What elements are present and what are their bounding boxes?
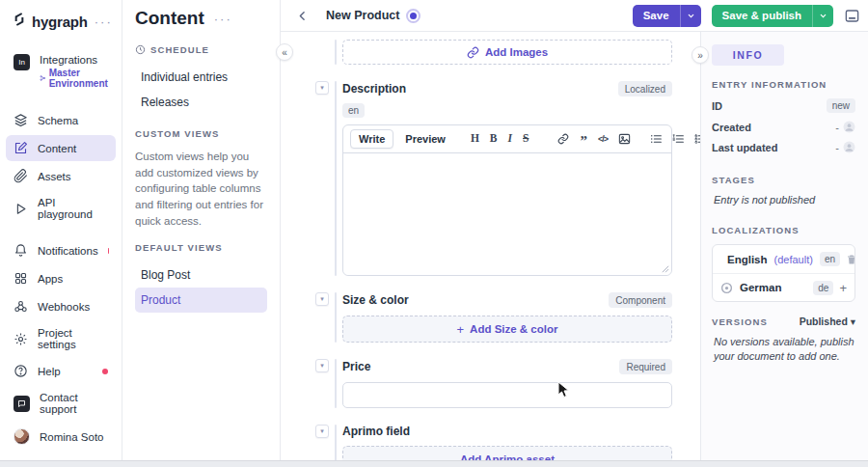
bell-icon	[14, 243, 28, 258]
add-images-button[interactable]: Add Images	[342, 40, 672, 65]
integrations-icon: In	[14, 54, 30, 70]
entry-row-last-updated: Last updated -	[712, 141, 855, 153]
user-placeholder-icon	[843, 141, 855, 153]
field-size-color: ▾ Size & color Component + Add Size & co…	[315, 292, 700, 343]
sidebar-item-user[interactable]: Romina Soto	[6, 423, 116, 451]
brand-name: hygraph	[32, 14, 88, 30]
sidebar-item-notifications[interactable]: Notifications	[6, 237, 116, 263]
add-locale-icon[interactable]: +	[839, 281, 847, 295]
schedule-item-releases[interactable]: Releases	[135, 90, 267, 115]
versions-filter-dropdown[interactable]: Published ▾	[800, 316, 855, 327]
sidebar-item-webhooks[interactable]: Webhooks	[6, 293, 116, 319]
localizations-list: English (default) en German de +	[712, 244, 855, 302]
play-icon	[14, 202, 28, 216]
link-icon[interactable]	[557, 133, 569, 145]
collapse-field-button[interactable]: ▾	[315, 81, 329, 95]
chat-icon	[14, 396, 30, 412]
task-list-icon[interactable]	[694, 133, 701, 145]
required-badge: Required	[619, 359, 672, 374]
collapse-panel-left-button[interactable]: «	[276, 43, 293, 61]
schedule-header: SCHEDULE	[135, 44, 267, 55]
environment-switcher[interactable]: Master Environment	[40, 68, 111, 89]
component-badge: Component	[609, 292, 672, 308]
avatar	[14, 428, 30, 445]
entry-row-created: Created -	[712, 121, 855, 133]
locale-code-chip: de	[813, 281, 833, 295]
sidebar-item-label: Webhooks	[38, 301, 90, 313]
view-item-blog-post[interactable]: Blog Post	[135, 262, 267, 288]
tab-write[interactable]: Write	[350, 129, 393, 149]
sidebar-item-integrations[interactable]: In Integrations Master Environment	[6, 46, 116, 96]
panel-menu-icon[interactable]: ···	[214, 12, 232, 26]
sidebar-item-label: Schema	[38, 115, 78, 126]
italic-icon[interactable]: I	[508, 133, 512, 145]
heading-icon[interactable]: H	[471, 133, 479, 145]
field-images: Add Images	[315, 40, 700, 65]
view-item-product[interactable]: Product	[135, 288, 267, 313]
sidebar-item-apps[interactable]: Apps	[6, 265, 116, 291]
image-icon[interactable]	[618, 133, 631, 145]
bold-icon[interactable]: B	[490, 133, 498, 145]
stages-note: Entry is not published	[714, 194, 855, 206]
hygraph-logo-icon	[12, 12, 27, 31]
field-description: ▾ Description Localized en Write Preview…	[315, 81, 700, 276]
grid-icon	[14, 271, 28, 286]
field-label: Price	[342, 360, 370, 373]
gear-icon	[14, 332, 28, 346]
markdown-editor: Write Preview H B I S ” </>	[342, 124, 672, 276]
sidebar-item-content[interactable]: Content	[6, 135, 116, 161]
save-dropdown-icon[interactable]	[680, 5, 701, 27]
entry-row-id: ID new	[712, 98, 855, 113]
quote-icon[interactable]: ”	[580, 134, 587, 149]
bullet-list-icon[interactable]	[650, 133, 663, 145]
sidebar-item-label: API playground	[38, 197, 108, 220]
sidebar-item-help[interactable]: Help	[6, 358, 116, 384]
user-placeholder-icon	[843, 121, 855, 133]
dock-bottom-icon[interactable]	[844, 9, 860, 23]
versions-header: VERSIONS	[712, 316, 768, 327]
collapse-field-button[interactable]: ▾	[315, 425, 329, 438]
add-size-color-button[interactable]: + Add Size & color	[342, 316, 672, 343]
description-textarea[interactable]	[343, 152, 671, 275]
sidebar: hygraph ··· In Integrations Master Envir…	[0, 0, 122, 460]
sidebar-item-schema[interactable]: Schema	[6, 107, 116, 133]
sidebar-item-label: Help	[38, 366, 61, 377]
locale-row-german[interactable]: German de +	[713, 273, 854, 301]
collapse-field-button[interactable]: ▾	[315, 292, 329, 306]
brand-menu-icon[interactable]: ···	[95, 14, 113, 29]
sidebar-item-contact-support[interactable]: Contact support	[6, 386, 116, 421]
sidebar-item-api-playground[interactable]: API playground	[6, 191, 116, 226]
back-button[interactable]	[296, 10, 309, 22]
code-icon[interactable]: </>	[598, 135, 608, 144]
trash-icon[interactable]	[846, 254, 855, 265]
sidebar-item-project-settings[interactable]: Project settings	[6, 321, 116, 356]
tab-info[interactable]: INFO	[712, 44, 784, 66]
brand: hygraph ···	[0, 0, 122, 44]
webhook-icon	[14, 299, 28, 314]
sidebar-item-assets[interactable]: Assets	[6, 163, 116, 189]
collapse-field-button[interactable]: ▾	[315, 359, 329, 372]
link-icon	[467, 46, 479, 59]
horizontal-scrollbar[interactable]	[0, 460, 868, 467]
save-publish-button[interactable]: Save & publish	[712, 5, 833, 27]
strikethrough-icon[interactable]: S	[523, 133, 529, 145]
topbar: New Product Save Save & publish	[281, 0, 868, 32]
plus-icon: +	[457, 322, 465, 337]
integrations-label: Integrations	[40, 54, 111, 66]
locale-code-chip: en	[820, 252, 840, 266]
tab-preview[interactable]: Preview	[397, 130, 453, 148]
info-panel: INFO ENTRY INFORMATION ID new Created - …	[701, 32, 868, 460]
locale-row-english[interactable]: English (default) en	[713, 245, 854, 273]
save-publish-dropdown-icon[interactable]	[812, 5, 833, 27]
save-button[interactable]: Save	[633, 5, 701, 27]
add-aprimo-asset-button[interactable]: Add Aprimo asset	[342, 446, 672, 460]
schedule-item-individual-entries[interactable]: Individual entries	[135, 65, 267, 90]
collapse-panel-right-button[interactable]: »	[692, 46, 709, 64]
sidebar-item-label: Content	[38, 143, 76, 154]
sidebar-item-label: Apps	[38, 273, 63, 285]
schema-icon	[14, 113, 28, 127]
help-icon	[14, 364, 28, 378]
resize-handle[interactable]	[662, 265, 669, 273]
price-input[interactable]	[342, 382, 672, 408]
numbered-list-icon[interactable]	[672, 133, 685, 145]
